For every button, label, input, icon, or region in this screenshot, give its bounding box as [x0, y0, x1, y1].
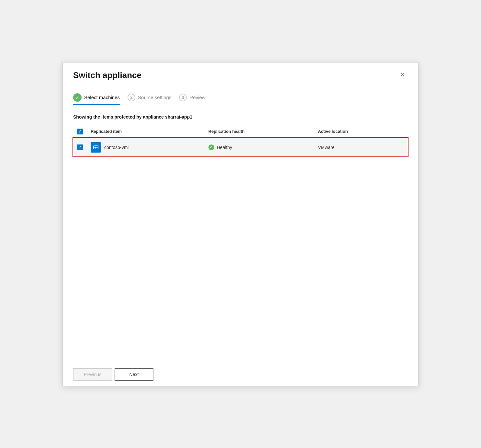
step-select-machines[interactable]: ✓ Select machines — [73, 93, 120, 105]
vm-name: contoso-vm1 — [104, 145, 130, 150]
step-source-settings[interactable]: 2 Source settings — [128, 94, 171, 105]
vm-name-wrapper: contoso-vm1 — [91, 142, 201, 153]
row-checkbox-cell[interactable]: ✓ — [73, 138, 87, 156]
step-3-circle: 3 — [179, 94, 187, 101]
steps-navigation: ✓ Select machines 2 Source settings 3 Re… — [73, 93, 408, 105]
dialog-body: ✓ Select machines 2 Source settings 3 Re… — [63, 86, 418, 363]
header-replicated-item: Replicated item — [87, 125, 205, 138]
section-subtitle: Showing the items protected by appliance… — [73, 114, 408, 120]
svg-point-1 — [95, 146, 97, 148]
dialog-title: Switch appliance — [73, 70, 141, 80]
close-button[interactable]: ✕ — [397, 70, 408, 79]
row-name-cell: contoso-vm1 — [87, 138, 205, 156]
step-3-label: Review — [189, 95, 205, 100]
health-wrapper: ✓ Healthy — [208, 144, 310, 150]
select-all-checkbox[interactable]: ✓ — [77, 129, 83, 134]
header-active-location: Active location — [314, 125, 408, 138]
health-status: Healthy — [217, 145, 232, 150]
dialog-footer: Previous Next — [63, 363, 418, 386]
row-checkbox[interactable]: ✓ — [77, 144, 83, 150]
dialog-header: Switch appliance ✕ — [63, 63, 418, 86]
row-health-cell: ✓ Healthy — [205, 138, 314, 156]
header-checkbox-col: ✓ — [73, 125, 87, 138]
previous-button[interactable]: Previous — [73, 368, 112, 381]
table-header-row: ✓ Replicated item Replication health Act… — [73, 125, 408, 138]
vm-icon — [91, 142, 101, 153]
next-button[interactable]: Next — [115, 368, 153, 381]
header-replication-health: Replication health — [205, 125, 314, 138]
step-1-check-icon: ✓ — [73, 93, 82, 102]
switch-appliance-dialog: Switch appliance ✕ ✓ Select machines 2 S… — [62, 62, 419, 386]
health-check-icon: ✓ — [208, 144, 214, 150]
row-location-cell: VMware — [314, 138, 408, 156]
step-1-label: Select machines — [84, 95, 120, 100]
table-row[interactable]: ✓ — [73, 138, 408, 156]
step-review[interactable]: 3 Review — [179, 94, 205, 105]
machines-table: ✓ Replicated item Replication health Act… — [73, 125, 408, 156]
step-2-label: Source settings — [138, 95, 171, 100]
step-2-circle: 2 — [128, 94, 135, 101]
